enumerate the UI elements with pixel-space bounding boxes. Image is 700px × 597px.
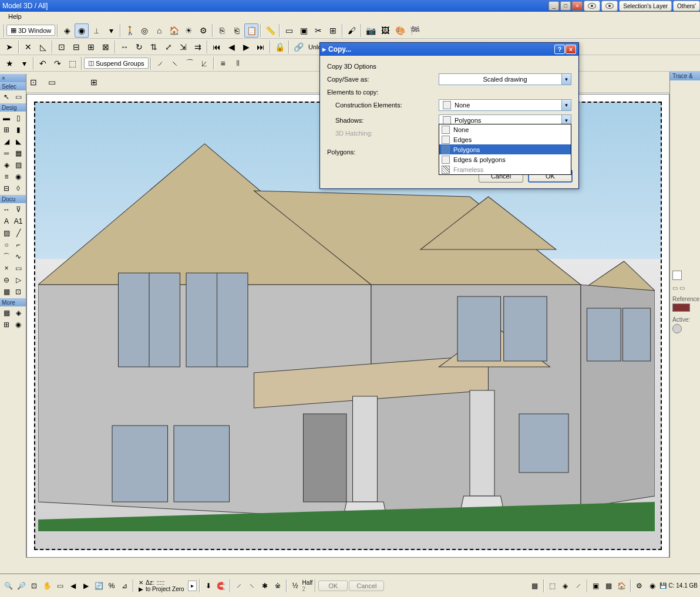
tool-rotate-icon[interactable]: ↻ — [132, 40, 146, 54]
tool-mirror-icon[interactable]: ⇅ — [147, 40, 161, 54]
tool-open-icon[interactable]: ▣ — [297, 23, 311, 38]
dialog-titlebar[interactable]: ▸ Copy... ? × — [320, 43, 578, 56]
object-tool-icon[interactable]: ◈ — [1, 159, 12, 171]
tool-flag-icon[interactable]: 🏁 — [408, 23, 422, 38]
zoom-prev-icon[interactable]: ◀ — [67, 580, 79, 592]
dropdown-option-polygons[interactable]: Polygons — [439, 144, 571, 154]
orbit-icon[interactable]: 🔄 — [93, 580, 105, 592]
tool-grid-icon[interactable]: ⊞ — [326, 23, 340, 38]
hotspot-tool-icon[interactable]: × — [1, 262, 12, 274]
more-tool-3-icon[interactable]: ⊞ — [1, 319, 12, 330]
worksheet-tool-icon[interactable]: ▦ — [1, 286, 12, 298]
marquee-thin-icon[interactable]: ⊡ — [25, 73, 42, 91]
project-zero-dropdown[interactable]: ▸ — [188, 581, 197, 591]
tool-camera-icon[interactable]: ◎ — [137, 23, 152, 38]
tool-picture-icon[interactable]: 🖼 — [378, 23, 392, 38]
tool-offset-icon[interactable]: ⇉ — [191, 40, 205, 54]
text-tool-icon[interactable]: A — [1, 215, 12, 227]
dimension-tool-icon[interactable]: ↔ — [1, 204, 12, 215]
zoom-next-icon[interactable]: ▶ — [80, 580, 92, 592]
tool-mid-icon[interactable]: ⊟ — [69, 40, 83, 54]
roof-tool-icon[interactable]: ◣ — [12, 136, 24, 147]
door-tool-icon[interactable]: ▯ — [12, 112, 24, 124]
rp-icons[interactable]: ▭ ▭ — [670, 282, 700, 294]
tool-scale-icon[interactable]: ⤢ — [161, 40, 176, 54]
tool-render-icon[interactable]: 🎨 — [393, 23, 407, 38]
spline-tool-icon[interactable]: ∿ — [12, 251, 24, 262]
figure-tool-icon[interactable]: ▭ — [12, 262, 24, 274]
tool-undo-icon[interactable]: ↶ — [36, 56, 50, 70]
circle-tool-icon[interactable]: ○ — [1, 239, 12, 251]
tool-next-icon[interactable]: ▶ — [239, 40, 253, 54]
more-tool-1-icon[interactable]: ▦ — [1, 307, 12, 319]
favorites-icon[interactable]: ★ — [2, 56, 16, 70]
mesh-tool-icon[interactable]: ▦ — [12, 147, 24, 159]
project-zero-arrow-icon[interactable]: ▶ — [139, 586, 143, 592]
view-render-icon[interactable]: ◉ — [647, 580, 658, 592]
tool-last-icon[interactable]: ⏭ — [254, 40, 268, 54]
status-ok-button[interactable]: OK — [318, 581, 348, 591]
copy-save-as-combo[interactable]: Scaled drawing ▼ — [439, 73, 571, 85]
more-tool-2-icon[interactable]: ◈ — [12, 307, 24, 319]
detail-tool-icon[interactable]: ⊡ — [12, 286, 24, 298]
tool-measure-icon[interactable]: 📏 — [263, 23, 277, 38]
tool-move-icon[interactable]: ↔ — [117, 40, 132, 54]
zoom-in-icon[interactable]: 🔍 — [2, 580, 14, 592]
tool-orbit-icon[interactable]: ◉ — [75, 23, 89, 38]
tool-intersect-icon[interactable]: ⊠ — [99, 40, 113, 54]
view-settings-icon[interactable]: ⚙ — [634, 580, 645, 592]
polyline-tool-icon[interactable]: ⌐ — [12, 239, 24, 251]
dialog-close-button[interactable]: × — [566, 45, 576, 54]
curtain-tool-icon[interactable]: ⊟ — [1, 183, 12, 194]
wall-tool-icon[interactable]: ▬ — [1, 112, 12, 124]
maximize-button[interactable]: □ — [560, 1, 571, 11]
marquee-tool-icon[interactable]: ▭ — [12, 91, 24, 103]
filter-icon[interactable]: ▦ — [529, 580, 541, 592]
3d-window-button[interactable]: ▦ 3D Window — [6, 25, 55, 36]
level-tool-icon[interactable]: ⊽ — [12, 204, 24, 215]
tool-trim-icon[interactable]: ⟋ — [153, 56, 167, 70]
pan-icon[interactable]: ✋ — [41, 580, 53, 592]
tool-redo-icon[interactable]: ↷ — [51, 56, 65, 70]
tool-marquee-icon[interactable]: ⬚ — [65, 56, 79, 70]
label-tool-icon[interactable]: A1 — [12, 215, 24, 227]
tool-home-icon[interactable]: 🏠 — [167, 23, 181, 38]
close-button[interactable]: × — [572, 1, 583, 11]
suspend-groups-button[interactable]: ◫ Suspend Groups — [84, 58, 149, 69]
zoom-window-icon[interactable]: ▭ — [54, 580, 66, 592]
magnet-icon[interactable]: 🧲 — [216, 580, 227, 592]
visibility-toggle-1[interactable] — [584, 1, 600, 11]
tool-first-icon[interactable]: ⏮ — [210, 40, 224, 54]
tool-dropdown-icon[interactable]: ▾ — [104, 23, 118, 38]
fit-icon[interactable]: ⊡ — [28, 580, 40, 592]
scale-icon[interactable]: ⊿ — [119, 580, 130, 592]
percent-icon[interactable]: % — [106, 580, 117, 592]
view-home-icon[interactable]: 🏠 — [616, 580, 628, 592]
guideline-1-icon[interactable]: ⟋ — [233, 580, 245, 592]
arrow-tool-icon[interactable]: ↖ — [1, 91, 12, 103]
tool-sun-icon[interactable]: ☀ — [181, 23, 196, 38]
tool-arrow-icon[interactable]: ➤ — [2, 40, 16, 54]
morph-tool-icon[interactable]: ◊ — [12, 183, 24, 194]
dz-xbutton[interactable]: ✕ — [139, 579, 143, 586]
nav-3-icon[interactable]: ⟋ — [573, 580, 584, 592]
selections-layer-button[interactable]: Selection's Layer — [619, 1, 672, 11]
reference-color-swatch[interactable] — [672, 303, 690, 312]
tool-walk-icon[interactable]: 🚶 — [123, 23, 137, 38]
beam-tool-icon[interactable]: ═ — [1, 147, 12, 159]
tool-extend-icon[interactable]: ⟍ — [168, 56, 182, 70]
tool-brush-icon[interactable]: 🖌 — [345, 23, 359, 38]
tool-cube-icon[interactable]: ◈ — [60, 23, 74, 38]
tool-copy-icon[interactable]: ⎘ — [215, 23, 229, 38]
dialog-help-button[interactable]: ? — [554, 45, 565, 54]
tool-paste-icon[interactable]: ⎗ — [230, 23, 244, 38]
tool-cut-icon[interactable]: ✂ — [311, 23, 325, 38]
tool-snap-icon[interactable]: ✕ — [21, 40, 35, 54]
more-tool-4-icon[interactable]: ◉ — [12, 319, 24, 330]
tool-grid-point-icon[interactable]: ⊡ — [55, 40, 69, 54]
fill-tool-icon[interactable]: ▨ — [1, 227, 12, 239]
toolbox-close[interactable]: × — [0, 74, 26, 82]
gravity-icon[interactable]: ⬇ — [203, 580, 214, 592]
intersect-create-icon[interactable]: ✱ — [259, 580, 271, 592]
window-tool-icon[interactable]: ⊞ — [1, 124, 12, 136]
